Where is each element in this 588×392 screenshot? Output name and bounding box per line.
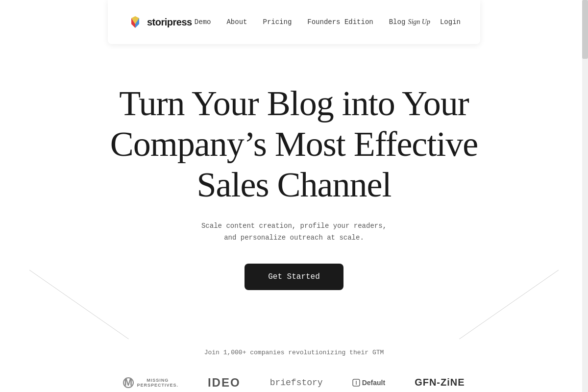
social-proof-text: Join 1,000+ companies revolutionizing th… (20, 349, 568, 356)
logos-row: M MISSINGPERSPECTIVES. IDEO briefstory D… (20, 376, 568, 390)
missing-icon: M (123, 377, 134, 388)
missing-label: MISSINGPERSPECTIVES. (137, 378, 178, 388)
login-link[interactable]: Login (440, 18, 461, 26)
logo-icon (127, 14, 143, 30)
signup-link[interactable]: Sign Up (408, 18, 430, 26)
hero-section: Turn Your Blog into Your Company’s Most … (0, 44, 588, 339)
hero-subtitle: Scale content creation, profile your rea… (201, 220, 387, 244)
hero-wrapper: Turn Your Blog into Your Company’s Most … (0, 44, 588, 339)
nav-founders[interactable]: Founders Edition (307, 18, 373, 26)
logo-briefstory: briefstory (270, 378, 323, 388)
default-icon (352, 379, 360, 387)
nav-demo[interactable]: Demo (195, 18, 211, 26)
logo-text: storipress (147, 17, 192, 28)
nav-blog[interactable]: Blog (389, 18, 406, 26)
nav-links: Demo About Pricing Founders Edition Blog (195, 18, 405, 26)
cta-button[interactable]: Get Started (245, 264, 343, 290)
social-proof-section: Join 1,000+ companies revolutionizing th… (0, 339, 588, 392)
logo-ideo: IDEO (208, 376, 241, 390)
nav-pricing[interactable]: Pricing (263, 18, 292, 26)
nav-actions: Sign Up Login (408, 18, 461, 26)
nav-about[interactable]: About (226, 18, 247, 26)
default-label: Default (362, 379, 385, 387)
hero-title: Turn Your Blog into Your Company’s Most … (98, 83, 490, 205)
logo[interactable]: storipress (127, 14, 192, 30)
logo-missing-perspectives: M MISSINGPERSPECTIVES. (123, 377, 178, 388)
logo-default: Default (352, 379, 385, 387)
logo-genzine: GFN-ZiNE (415, 377, 465, 388)
navbar: storipress Demo About Pricing Founders E… (108, 0, 480, 44)
